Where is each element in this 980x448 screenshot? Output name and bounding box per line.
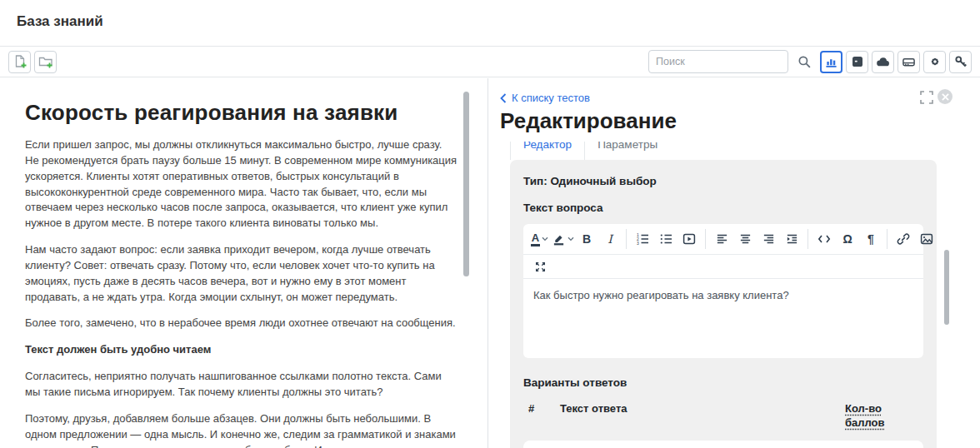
search-input[interactable] xyxy=(648,50,788,73)
toolbar-separator xyxy=(887,229,888,249)
answer-row: 1 До 15 минут 1 xyxy=(523,441,923,448)
paragraph-button[interactable]: ¶ xyxy=(859,228,882,250)
folder-plus-icon xyxy=(38,54,53,69)
article-pane: Скорость реагирования на заявки Если при… xyxy=(0,78,488,448)
text-color-icon: A xyxy=(532,232,539,246)
unordered-list-button[interactable] xyxy=(654,228,678,250)
article-paragraph: Более того, замечено, что в нерабочее вр… xyxy=(25,316,458,331)
text-color-button[interactable]: A xyxy=(528,228,552,250)
editor-scrollbar[interactable] xyxy=(944,250,949,325)
column-points: Кол-во баллов xyxy=(845,402,893,431)
back-to-tests-link[interactable]: К списку тестов xyxy=(500,92,590,104)
tab-editor[interactable]: Редактор xyxy=(510,142,585,160)
indent-icon xyxy=(786,232,798,246)
editor-title: Редактирование xyxy=(500,108,677,134)
unordered-list-icon xyxy=(659,232,672,246)
rte-secondary-toolbar xyxy=(523,254,923,278)
svg-text:3: 3 xyxy=(637,241,639,246)
align-left-button[interactable] xyxy=(710,228,733,250)
tabs-bar: Редактор Параметры xyxy=(510,142,937,160)
bold-button[interactable]: B xyxy=(575,228,598,250)
question-text-input[interactable]: Как быстро нужно реагировать на заявку к… xyxy=(523,278,923,358)
editor-pane: К списку тестов Редактирование Редактор … xyxy=(489,78,980,448)
article-paragraph: Согласитесь, неприятно получать нашпигов… xyxy=(25,369,458,401)
knowledge-base-app: База знаний xyxy=(0,0,980,448)
statistics-button[interactable] xyxy=(820,51,842,73)
toolbar-separator xyxy=(705,229,706,249)
article-scrollbar[interactable] xyxy=(463,92,469,276)
chevron-left-icon xyxy=(500,93,507,103)
page-title: База знаний xyxy=(17,13,103,30)
article-paragraph: Нам часто задают вопрос: если заявка при… xyxy=(25,242,458,305)
main-toolbar xyxy=(0,46,980,77)
align-right-button[interactable] xyxy=(757,228,780,250)
question-type-label: Тип: Одиночный выбор xyxy=(523,175,923,187)
storage-button[interactable] xyxy=(898,51,920,73)
column-answer-text: Текст ответа xyxy=(560,402,845,415)
expand-editor-button[interactable] xyxy=(531,259,549,274)
settings-button[interactable] xyxy=(923,51,946,73)
video-button[interactable] xyxy=(678,228,701,250)
italic-button[interactable]: I xyxy=(598,228,622,250)
code-button[interactable] xyxy=(812,228,836,250)
rich-text-editor: A B I xyxy=(523,224,923,358)
rte-toolbar: A B I xyxy=(523,224,923,254)
highlight-icon xyxy=(552,232,565,246)
column-number: # xyxy=(528,402,560,415)
pilcrow-icon: ¶ xyxy=(868,232,874,246)
back-link-label: К списку тестов xyxy=(512,92,590,104)
question-card: Тип: Одиночный выбор Текст вопроса A xyxy=(510,160,937,448)
align-left-icon xyxy=(716,232,728,246)
bold-icon: B xyxy=(582,232,591,246)
question-text-label: Текст вопроса xyxy=(523,202,923,214)
cloud-icon xyxy=(876,55,890,69)
answers-heading: Варианты ответов xyxy=(523,376,923,389)
drive-icon xyxy=(902,55,916,69)
editor-scroll-area: Редактор Параметры Тип: Одиночный выбор … xyxy=(510,142,937,448)
image-icon xyxy=(920,232,933,246)
align-right-icon xyxy=(762,232,775,246)
indent-button[interactable] xyxy=(780,228,803,250)
align-center-button[interactable] xyxy=(733,228,757,250)
special-character-button[interactable]: Ω xyxy=(836,228,859,250)
answers-table-header: # Текст ответа Кол-во баллов xyxy=(523,399,923,439)
ordered-list-button[interactable]: 123 xyxy=(631,228,654,250)
align-center-icon xyxy=(739,232,752,246)
omega-icon: Ω xyxy=(842,232,852,246)
image-button[interactable] xyxy=(915,228,937,250)
article-paragraph: Если пришел запрос, мы должны откликнуть… xyxy=(25,137,458,231)
cards-button[interactable] xyxy=(846,51,868,73)
search-icon[interactable] xyxy=(792,51,817,73)
tab-parameters[interactable]: Параметры xyxy=(585,142,670,160)
toolbar-separator xyxy=(808,229,808,249)
expand-icon xyxy=(535,261,546,272)
access-key-button[interactable] xyxy=(949,51,972,73)
document-plus-icon xyxy=(12,54,28,69)
new-folder-button[interactable] xyxy=(34,51,57,73)
chevron-down-icon xyxy=(568,236,574,241)
fullscreen-icon[interactable] xyxy=(920,91,933,104)
article-paragraph: Поэтому, друзья, добавляем больше абзаце… xyxy=(25,411,458,448)
chart-icon xyxy=(825,56,838,68)
key-icon xyxy=(954,55,968,68)
code-icon xyxy=(818,232,831,246)
close-icon[interactable] xyxy=(938,89,952,104)
new-document-button[interactable] xyxy=(8,51,31,73)
chevron-down-icon xyxy=(542,236,548,241)
ordered-list-icon: 123 xyxy=(636,232,649,246)
cards-icon xyxy=(851,55,864,68)
toolbar-separator xyxy=(626,229,627,249)
article-subheading: Текст должен быть удобно читаем xyxy=(25,342,458,358)
video-icon xyxy=(682,232,696,246)
link-icon xyxy=(897,232,910,246)
highlight-color-button[interactable] xyxy=(552,228,575,250)
article-title: Скорость реагирования на заявки xyxy=(25,100,458,126)
link-button[interactable] xyxy=(892,228,915,250)
italic-icon: I xyxy=(608,232,612,246)
gear-icon xyxy=(928,55,942,68)
cloud-button[interactable] xyxy=(872,51,894,73)
